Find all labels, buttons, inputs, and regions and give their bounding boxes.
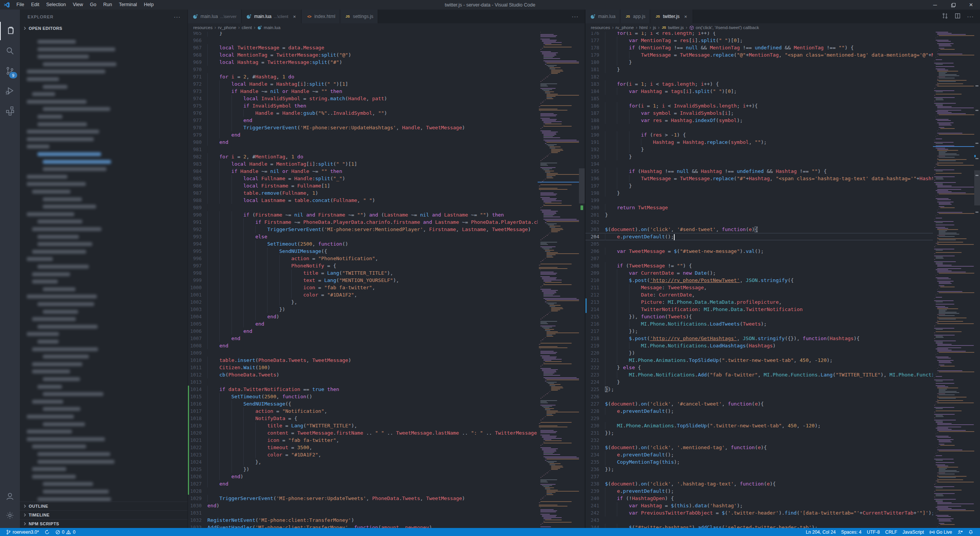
tree-item-blurred[interactable] — [27, 332, 59, 336]
code-line[interactable]: 999text = Lang("MENTION_YOURSELF"), — [188, 277, 538, 284]
code-line[interactable]: 1032RegisterNetEvent('MI-phone:client:Tr… — [188, 516, 538, 524]
menu-edit[interactable]: Edit — [28, 0, 43, 10]
code-editor[interactable]: 965}966967local TwitterMessage = data.Me… — [188, 32, 585, 528]
code-line[interactable]: 1009 — [188, 349, 538, 357]
activity-source-control-icon[interactable]: 9 — [0, 62, 20, 80]
code-line[interactable]: 178if (MentionTag !== null && MentionTag… — [585, 44, 933, 51]
tree-item-blurred[interactable] — [27, 77, 59, 81]
breadcrumb-item[interactable]: js — [653, 25, 656, 30]
code-line[interactable]: 998title = Lang("TWITTER_TITLE"), — [188, 269, 538, 277]
close-button[interactable]: × — [962, 0, 980, 10]
code-line[interactable]: 981 — [188, 146, 538, 153]
tree-item-blurred[interactable] — [38, 302, 94, 306]
section-timeline[interactable]: TIMELINE — [20, 510, 188, 519]
code-line[interactable]: 192} — [585, 146, 933, 153]
tree-item-blurred[interactable] — [32, 400, 63, 404]
code-line[interactable]: 1018NotifyData = { — [188, 415, 538, 422]
code-line[interactable]: 992TriggerServerEvent('MI-phone:server:M… — [188, 226, 538, 233]
code-line[interactable]: 1026end) — [188, 473, 538, 480]
code-line[interactable]: 1001color = "#1DA1F2", — [188, 291, 538, 298]
code-line[interactable]: 236}); — [585, 466, 933, 473]
editor-action-more[interactable]: ··· — [967, 13, 974, 20]
code-line[interactable]: 991if Firstname ~= PhoneData.PlayerData.… — [188, 218, 538, 226]
code-line[interactable]: 217}); — [585, 327, 933, 335]
code-line[interactable]: 1000icon = "fab fa-twitter", — [188, 284, 538, 291]
code-line[interactable]: 1023color = "#1DA1F2", — [188, 451, 538, 458]
code-line[interactable]: 967local TwitterMessage = data.Message — [188, 44, 538, 51]
notifications-bell-button[interactable] — [965, 528, 976, 536]
tree-item-blurred[interactable] — [32, 272, 70, 276]
code-line[interactable]: 218$.post('http://rv_phone/GetHashtags',… — [585, 335, 933, 342]
code-line[interactable]: 201} — [585, 211, 933, 218]
tree-item-blurred[interactable] — [32, 467, 66, 471]
minimap[interactable] — [538, 32, 579, 528]
tree-item-blurred[interactable] — [32, 475, 76, 479]
code-line[interactable]: 976Handle = Handle:gsub("%"..InvalidSymb… — [188, 109, 538, 117]
status-utf-8[interactable]: UTF-8 — [864, 528, 882, 536]
code-line[interactable]: 1030end) — [188, 502, 538, 509]
code-line[interactable]: 194 — [585, 160, 933, 168]
tab-main-lua[interactable]: main.lua — [585, 10, 620, 23]
code-line[interactable]: 193} — [585, 153, 933, 160]
code-line[interactable]: 973if Handle ~= nil or Handle ~= "" then — [188, 88, 538, 95]
activity-settings-icon[interactable] — [0, 506, 20, 525]
code-line[interactable]: 233$(document).on('click', '.mentioned-t… — [585, 444, 933, 451]
code-line[interactable]: 243 — [585, 516, 933, 524]
code-line[interactable]: 1020content = TweetMessage.firstName .. … — [188, 429, 538, 437]
minimap[interactable] — [933, 32, 974, 528]
code-line[interactable]: 227$(document).on('click', '#cancel-twee… — [585, 400, 933, 407]
tree-item-blurred[interactable] — [32, 362, 82, 366]
tree-item-blurred[interactable] — [27, 175, 67, 179]
code-line[interactable]: 1029TriggerServerEvent('MI-phone:server:… — [188, 495, 538, 502]
tab-close-icon[interactable]: × — [683, 14, 688, 20]
tab-close-icon[interactable]: × — [292, 14, 297, 20]
tree-item-selected-blurred[interactable] — [38, 152, 101, 156]
status-ln[interactable]: Ln 204, Col 24 — [803, 528, 838, 536]
breadcrumb-item[interactable]: rv_phone — [616, 25, 634, 30]
code-line[interactable]: 181} — [585, 66, 933, 73]
code-line[interactable]: 190if (res > -1) { — [585, 131, 933, 138]
overview-ruler[interactable] — [974, 32, 980, 528]
code-line[interactable]: 1013 — [188, 378, 538, 386]
editor-action-split[interactable] — [954, 13, 961, 21]
activity-extensions-icon[interactable] — [0, 101, 20, 120]
code-line[interactable]: 1007end — [188, 335, 538, 342]
code-line[interactable]: 1014if data.TwitterNotification == true … — [188, 386, 538, 393]
code-line[interactable]: 985local Fullname = Handle:split("_") — [188, 175, 538, 182]
code-line[interactable]: 1006end — [188, 327, 538, 335]
tree-item-blurred[interactable] — [43, 392, 103, 396]
code-line[interactable]: 209var CurrentDate = new Date(); — [585, 269, 933, 277]
code-line[interactable]: 184var Hashtag = tags[i].split(" ")[0]; — [585, 88, 933, 95]
tree-item-blurred[interactable] — [27, 437, 105, 441]
tree-item-blurred[interactable] — [38, 55, 89, 59]
status-spaces[interactable]: Spaces: 4 — [838, 528, 864, 536]
code-line[interactable]: 212Date: CurrentDate, — [585, 291, 933, 298]
code-line[interactable]: 214TwitterNotification: MI.Phone.Data.Tw… — [585, 306, 933, 313]
code-line[interactable]: 1019title = Lang("TWITTER_TITLE"), — [188, 422, 538, 429]
tree-item-blurred[interactable] — [38, 265, 89, 269]
tree-item-blurred[interactable] — [27, 257, 53, 261]
tree-item-blurred[interactable] — [38, 47, 115, 51]
code-line[interactable]: 1016SendNUIMessage({ — [188, 400, 538, 407]
editor-action-compare[interactable] — [942, 13, 948, 21]
tree-item-blurred[interactable] — [43, 287, 75, 291]
tree-item-blurred[interactable] — [43, 377, 80, 381]
code-line[interactable]: 202 — [585, 218, 933, 226]
code-line[interactable]: 177var MentionTag = res[i].split(" ")[0]… — [585, 37, 933, 44]
code-line[interactable]: 229 — [585, 415, 933, 422]
code-line[interactable]: 244$("#twitter-hashtags").addClass('sele… — [585, 524, 933, 528]
activity-account-icon[interactable] — [0, 487, 20, 505]
code-line[interactable]: 208if (TweetMessage != "") { — [585, 262, 933, 269]
tree-item-blurred[interactable] — [38, 220, 82, 223]
tree-item-blurred[interactable] — [43, 310, 78, 314]
code-line[interactable]: 971for i = 2, #Hashtag, 1 do — [188, 73, 538, 80]
code-line[interactable]: 239e.preventDefault(); — [585, 487, 933, 495]
code-line[interactable]: 984if Handle ~= nil or Handle ~= "" then — [188, 168, 538, 175]
code-line[interactable]: 1021icon = "fab fa-twitter", — [188, 437, 538, 444]
tree-item-blurred[interactable] — [27, 212, 74, 216]
code-line[interactable]: 222} else { — [585, 364, 933, 371]
code-line[interactable]: 223MI.Phone.Notifications.Add("fab fa-tw… — [585, 371, 933, 378]
activity-search-icon[interactable] — [0, 42, 20, 60]
code-line[interactable]: 226 — [585, 393, 933, 400]
menu-help[interactable]: Help — [140, 0, 157, 10]
